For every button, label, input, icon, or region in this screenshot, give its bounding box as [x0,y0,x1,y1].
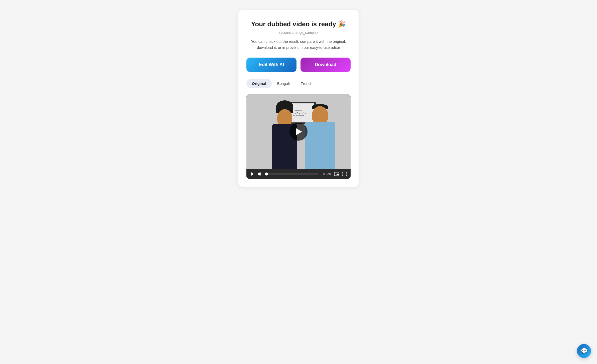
edit-with-ai-button[interactable]: Edit With AI [246,58,296,72]
person-right-body [305,122,335,169]
tab-french[interactable]: French [295,79,318,88]
progress-dot [265,172,268,175]
chat-icon: 💬 [581,348,587,354]
svg-marker-0 [251,172,254,176]
chat-bubble-button[interactable]: 💬 [577,344,591,358]
tab-original[interactable]: Original [246,79,272,88]
volume-icon [257,172,262,176]
progress-bar[interactable] [265,173,318,174]
svg-rect-3 [337,174,339,175]
description: You can check out the result, compare it… [246,39,351,51]
pip-button[interactable] [334,172,339,176]
fullscreen-icon [342,172,347,176]
action-buttons: Edit With AI Download [246,58,351,72]
video-player: ChatGPT Prompt Engineering for Developer… [246,94,351,179]
play-pause-button[interactable] [250,172,254,176]
download-button[interactable]: Download [301,58,351,72]
subtitle: (accent change_sample) [246,31,351,35]
svg-marker-1 [258,172,260,175]
play-button-overlay[interactable] [289,123,308,141]
title-section: Your dubbed video is ready 🎉 [246,20,351,29]
time-display: -0:26 [321,172,331,176]
play-pause-icon [250,172,254,176]
main-card: Your dubbed video is ready 🎉 (accent cha… [238,10,359,187]
volume-button[interactable] [257,172,262,176]
page-container: Your dubbed video is ready 🎉 (accent cha… [5,5,592,359]
page-title: Your dubbed video is ready 🎉 [246,20,351,29]
video-thumbnail: ChatGPT Prompt Engineering for Developer… [246,94,351,169]
play-icon [296,128,302,135]
tabs-section: Original Bengali French [246,79,351,88]
video-controls: -0:26 [246,169,351,179]
fullscreen-button[interactable] [342,172,347,176]
pip-icon [334,172,339,176]
tab-bengali[interactable]: Bengali [272,79,295,88]
